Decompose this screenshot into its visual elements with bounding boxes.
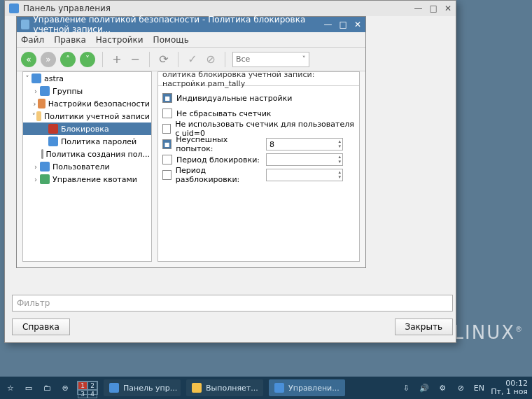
filter-placeholder: Фильтр <box>17 298 50 308</box>
spinner-arrows-icon[interactable]: ▴▾ <box>338 170 341 180</box>
menu-settings[interactable]: Настройки <box>96 35 144 45</box>
tree-users[interactable]: ›Пользователи <box>23 160 151 173</box>
lock-period-spinner[interactable]: ▴▾ <box>266 153 343 166</box>
individual-settings-label: Индивидуальные настройки <box>176 94 292 103</box>
desktop-os-logo: LINUX® <box>454 322 524 343</box>
help-button[interactable]: Справка <box>12 318 70 335</box>
app-icon <box>274 383 284 393</box>
shield-icon <box>21 20 29 29</box>
notification-icon[interactable]: ⊘ <box>454 382 467 394</box>
no-reset-row[interactable]: Не сбрасывать счетчик <box>162 106 355 121</box>
app-icon <box>192 383 202 393</box>
unlock-period-label: Период разблокировки: <box>176 166 262 184</box>
apply-icon[interactable]: ✓ <box>186 52 200 66</box>
no-reset-checkbox[interactable] <box>162 108 172 118</box>
tree-password-policy[interactable]: Политика паролей <box>23 135 151 148</box>
taskbar-item-label: Управлени... <box>288 384 340 393</box>
no-reset-label: Не сбрасывать счетчик <box>176 109 271 118</box>
taskbar-item-label: Панель упр... <box>123 384 177 393</box>
clock[interactable]: 00:12 Пт, 1 ноя <box>491 379 528 396</box>
groups-icon <box>40 86 50 96</box>
fail-attempts-label: Неуспешных попыток: <box>176 135 262 153</box>
tree-pane[interactable]: ˅astra ›Группы ›Настройки безопасности ˅… <box>22 71 152 262</box>
remove-icon[interactable]: − <box>128 52 142 66</box>
unlock-period-spinner[interactable]: ▴▾ <box>266 169 343 181</box>
clock-date: Пт, 1 ноя <box>491 388 528 396</box>
filter-select-value: Все <box>236 55 250 64</box>
lock-period-label: Период блокировки: <box>176 155 260 164</box>
menu-bar: Файл Правка Настройки Помощь <box>17 32 365 48</box>
nav-forward-icon[interactable]: » <box>41 52 56 67</box>
app-icon <box>9 4 19 13</box>
refresh-icon[interactable]: ⟳ <box>157 52 171 66</box>
no-uid0-row[interactable]: Не использовать счетчик для пользователя… <box>162 121 355 136</box>
add-icon[interactable]: + <box>110 52 124 66</box>
taskbar-item-running[interactable]: Выполняет... <box>186 379 263 396</box>
usb-icon[interactable]: ⇩ <box>400 382 412 394</box>
spinner-arrows-icon[interactable]: ▴▾ <box>338 155 341 164</box>
folder-icon <box>36 111 42 121</box>
cancel-icon[interactable]: ⊘ <box>204 52 218 66</box>
maximize-icon[interactable]: □ <box>340 20 347 29</box>
inner-window-title: Управление политикой безопасности - Поли… <box>34 15 324 34</box>
browser-icon[interactable]: ⊜ <box>59 382 71 394</box>
taskbar-item-label: Выполняет... <box>206 384 258 393</box>
outer-window-title: Панель управления <box>23 4 111 13</box>
document-icon <box>41 149 43 159</box>
chevron-down-icon: ˅ <box>302 55 307 64</box>
fail-attempts-checkbox[interactable] <box>162 139 172 149</box>
individual-settings-row[interactable]: Индивидуальные настройки <box>162 90 355 106</box>
workspace-pager[interactable]: 1234 <box>77 381 98 395</box>
tree-groups[interactable]: ›Группы <box>23 85 151 97</box>
inner-window-titlebar[interactable]: Управление политикой безопасности - Поли… <box>17 17 365 32</box>
app-icon <box>109 383 119 393</box>
menu-file[interactable]: Файл <box>21 35 44 45</box>
file-manager-icon[interactable]: 🗀 <box>41 382 53 394</box>
fail-attempts-spinner[interactable]: 8 ▴▾ <box>266 138 343 150</box>
taskbar-item-control-panel[interactable]: Панель упр... <box>104 379 181 396</box>
menu-edit[interactable]: Правка <box>54 35 86 45</box>
shield-icon <box>38 99 46 108</box>
nav-back-icon[interactable]: « <box>21 52 36 67</box>
nav-up-icon[interactable]: ˄ <box>60 52 76 67</box>
users-icon <box>40 162 50 172</box>
tree-creation-policy[interactable]: Политика создания пол... <box>23 148 151 160</box>
spinner-arrows-icon[interactable]: ▴▾ <box>338 139 341 149</box>
taskbar-item-security[interactable]: Управлени... <box>269 379 345 396</box>
keyboard-layout[interactable]: EN <box>472 382 485 394</box>
maximize-icon[interactable]: □ <box>430 4 438 13</box>
individual-settings-checkbox[interactable] <box>162 93 172 103</box>
filter-select[interactable]: Все ˅ <box>232 52 309 67</box>
nav-down-icon[interactable]: ˅ <box>80 52 95 67</box>
outer-window-titlebar[interactable]: Панель управления — □ ✕ <box>5 1 456 16</box>
close-icon[interactable]: ✕ <box>354 20 361 29</box>
volume-icon[interactable]: 🔊 <box>418 382 430 394</box>
no-uid0-checkbox[interactable] <box>162 124 171 134</box>
key-icon <box>48 136 58 146</box>
tree-lockout[interactable]: Блокировка <box>23 122 151 135</box>
tree-quotas[interactable]: ›Управление квотами <box>23 173 151 186</box>
start-menu-icon[interactable]: ☆ <box>4 382 17 394</box>
quota-icon <box>40 174 50 184</box>
network-icon[interactable]: ⚙ <box>436 382 449 394</box>
control-panel-window: Панель управления — □ ✕ Управление полит… <box>4 0 456 343</box>
content-pane: олитика блокировка учетной записи: настр… <box>158 71 360 262</box>
close-icon[interactable]: ✕ <box>444 4 451 13</box>
monitor-icon <box>31 74 41 83</box>
minimize-icon[interactable]: — <box>324 20 332 29</box>
filter-input[interactable]: Фильтр <box>12 295 453 312</box>
fail-attempts-value: 8 <box>270 140 338 149</box>
security-policy-window: Управление политикой безопасности - Поли… <box>16 16 366 268</box>
minimize-icon[interactable]: — <box>414 4 423 13</box>
lock-icon <box>48 124 58 134</box>
unlock-period-checkbox[interactable] <box>162 170 172 180</box>
taskbar: ☆ ▭ 🗀 ⊜ 1234 Панель упр... Выполняет... … <box>0 377 532 399</box>
close-button[interactable]: Закрыть <box>395 318 453 335</box>
tree-security-settings[interactable]: ›Настройки безопасности <box>23 97 151 110</box>
show-desktop-icon[interactable]: ▭ <box>22 382 35 394</box>
menu-help[interactable]: Помощь <box>153 35 189 45</box>
lock-period-checkbox[interactable] <box>162 155 172 164</box>
tree-account-policies[interactable]: ˅Политики учетной записи <box>23 110 151 122</box>
content-header: олитика блокировка учетной записи: настр… <box>158 72 359 86</box>
tree-root[interactable]: ˅astra <box>23 72 151 85</box>
